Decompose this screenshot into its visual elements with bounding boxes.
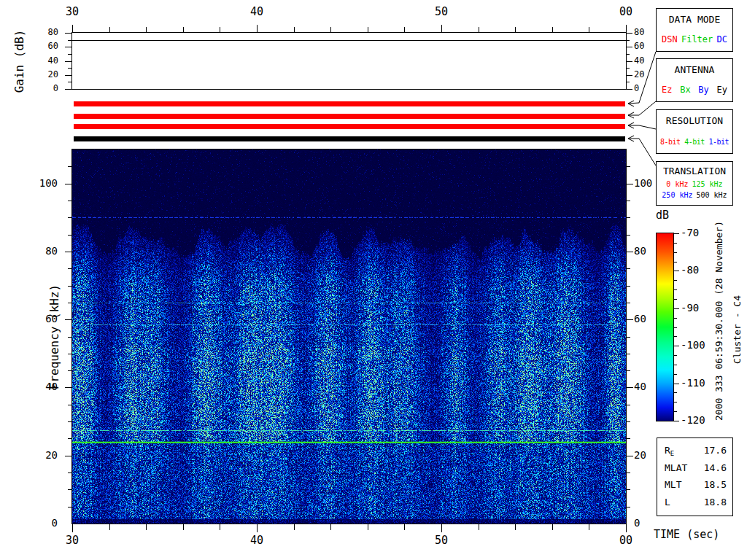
- ephemeris-row-mlt: MLT 18.5: [665, 479, 727, 491]
- freq-tick-left: [65, 319, 71, 320]
- gain-tick-left: [65, 47, 71, 47]
- mlt-value: 18.5: [704, 479, 727, 491]
- colorbar-tick-label: -110: [681, 378, 716, 389]
- freq-tick-left: [68, 217, 71, 218]
- freq-tick-right: [627, 370, 630, 371]
- freq-tick-left: [68, 286, 71, 287]
- gain-tick-right: [626, 82, 630, 82]
- freq-tick-right: [627, 489, 630, 490]
- mlat-value: 14.6: [704, 462, 727, 475]
- time-tick-label-bottom: 50: [427, 534, 456, 547]
- translation-option-125khz: 125 kHz: [692, 179, 722, 190]
- colorbar-tick: [674, 411, 677, 412]
- freq-tick-right: [627, 166, 630, 167]
- colorbar-tick: [674, 384, 679, 384]
- freq-tick-label-left: 100: [28, 178, 58, 189]
- time-tick-label-top: 50: [427, 6, 456, 18]
- time-tick-top: [441, 25, 442, 33]
- freq-tick-label-right: 40: [634, 381, 663, 392]
- freq-tick-label-right: 20: [634, 450, 663, 461]
- colorbar-tick: [674, 262, 677, 262]
- gain-tick-label-right: 60: [634, 42, 663, 51]
- colorbar-tick: [674, 327, 677, 328]
- re-value: 17.6: [704, 445, 727, 457]
- data-mode-option-dsn: DSN: [662, 34, 678, 44]
- ephemeris-row-l: L 18.8: [665, 497, 727, 509]
- translation-title: TRANSLATION: [657, 162, 732, 176]
- data-mode-status-bar: [74, 101, 625, 106]
- freq-tick-label-right: 80: [634, 246, 663, 257]
- colorbar-tick: [674, 421, 679, 421]
- gain-tick-left: [68, 40, 71, 41]
- colorbar-tick: [674, 355, 677, 356]
- resolution-title: RESOLUTION: [657, 110, 732, 126]
- time-tick-label-top: 00: [611, 6, 640, 18]
- time-tick-label-top: 30: [58, 6, 87, 18]
- freq-tick-right: [627, 456, 633, 456]
- ephemeris-box: RE 17.6 MLAT 14.6 MLT 18.5 L 18.8: [657, 438, 733, 516]
- colorbar-tick: [674, 308, 679, 309]
- gain-tick-right: [626, 40, 630, 41]
- translation-box: TRANSLATION 0 kHz 125 kHz 250 kHz 500 kH…: [656, 161, 733, 206]
- colorbar-tick: [674, 392, 677, 393]
- time-tick-bottom: [552, 524, 553, 530]
- resolution-option-8bit: 8-bit: [660, 138, 681, 146]
- freq-tick-right: [627, 252, 633, 252]
- time-tick-top: [404, 27, 405, 33]
- data-mode-title: DATA MODE: [657, 9, 732, 25]
- gain-tick-left: [65, 89, 71, 90]
- colorbar: [656, 233, 674, 421]
- gain-tick-right: [626, 75, 632, 76]
- time-tick-top: [183, 27, 184, 33]
- antenna-title: ANTENNA: [657, 59, 732, 75]
- gain-tick-left: [65, 33, 71, 34]
- freq-tick-label-right: 100: [634, 178, 663, 189]
- antenna-option-ez: Ez: [662, 85, 672, 95]
- gain-tick-left: [68, 68, 71, 69]
- ephemeris-row-re: RE 17.6: [665, 445, 727, 457]
- freq-tick-right: [627, 405, 630, 405]
- time-tick-bottom: [294, 524, 295, 530]
- time-tick-bottom: [404, 524, 405, 530]
- freq-tick-left: [68, 354, 71, 354]
- colorbar-tick: [674, 318, 677, 319]
- freq-tick-label-left: 40: [28, 381, 58, 392]
- time-tick-label-bottom: 40: [242, 534, 271, 547]
- freq-tick-left: [65, 184, 71, 184]
- gain-tick-label-left: 60: [29, 42, 58, 51]
- time-tick-bottom: [220, 524, 220, 530]
- time-axis-label: TIME (sec): [654, 529, 719, 541]
- freq-tick-right: [627, 217, 630, 218]
- colorbar-tick: [674, 280, 677, 281]
- freq-tick-right: [627, 337, 630, 338]
- freq-tick-label-left: 80: [28, 246, 58, 257]
- freq-tick-left: [68, 303, 71, 303]
- freq-tick-left: [68, 438, 71, 439]
- gain-tick-label-left: 0: [29, 84, 58, 93]
- freq-tick-left: [68, 507, 71, 508]
- freq-tick-label-left: 20: [28, 450, 58, 461]
- translation-status-bar: [74, 136, 625, 141]
- freq-tick-label-left: 0: [28, 518, 58, 529]
- time-tick-bottom: [257, 524, 258, 532]
- translation-option-500khz: 500 kHz: [697, 190, 727, 201]
- colorbar-tick: [674, 252, 677, 253]
- antenna-option-ey: Ey: [717, 85, 727, 95]
- wbd-spectrogram-display: Gain (dB) DATA MODE DSN Filter DC ANTENN…: [0, 0, 747, 560]
- data-mode-option-dc: DC: [717, 34, 727, 44]
- freq-tick-left: [68, 235, 71, 236]
- freq-tick-left: [68, 489, 71, 490]
- time-tick-top: [257, 25, 258, 33]
- time-tick-bottom: [479, 524, 479, 530]
- freq-tick-left: [68, 405, 71, 405]
- colorbar-tick: [674, 346, 679, 346]
- translation-option-0khz: 0 kHz: [666, 179, 688, 190]
- time-tick-top: [589, 27, 589, 33]
- freq-tick-label-left: 60: [28, 314, 58, 324]
- spacecraft-text: Cluster - C4: [732, 295, 743, 364]
- freq-tick-label-right: 0: [634, 518, 663, 529]
- gain-tick-label-left: 40: [29, 56, 58, 66]
- time-tick-top: [220, 27, 220, 33]
- colorbar-tick: [674, 243, 677, 244]
- gain-trace: [72, 40, 626, 41]
